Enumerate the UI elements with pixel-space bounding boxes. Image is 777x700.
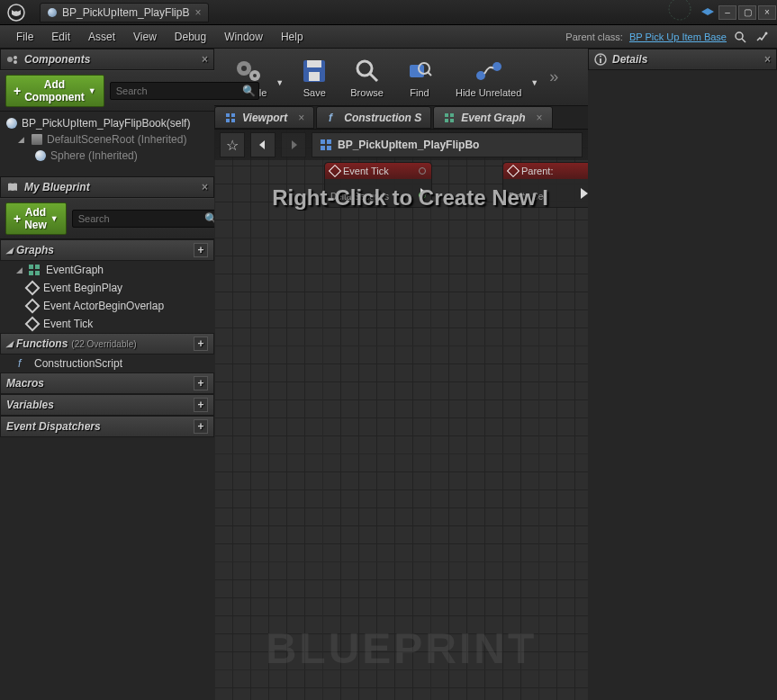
svg-rect-36 xyxy=(445,119,448,122)
hide-dropdown[interactable]: ▼ xyxy=(530,78,542,102)
menu-window[interactable]: Window xyxy=(215,27,272,47)
menu-view[interactable]: View xyxy=(124,27,166,47)
search-icon[interactable] xyxy=(732,29,748,45)
parent-class-link[interactable]: BP Pick Up Item Base xyxy=(629,31,727,42)
close-button[interactable]: × xyxy=(758,5,776,20)
macros-category[interactable]: Macros + xyxy=(0,372,214,394)
component-sphere-row[interactable]: Sphere (Inherited) xyxy=(2,148,212,164)
add-variable-button[interactable]: + xyxy=(194,398,208,412)
event-beginplay-row[interactable]: Event BeginPlay xyxy=(0,279,214,297)
svg-line-3 xyxy=(742,39,745,42)
add-graph-button[interactable]: + xyxy=(194,243,208,257)
tab-construction[interactable]: f Construction S xyxy=(316,106,431,129)
my-blueprint-panel-header[interactable]: My Blueprint × xyxy=(0,176,214,198)
svg-rect-10 xyxy=(29,265,33,269)
document-tab[interactable]: BP_PickUpItem_PlayFlipB × xyxy=(40,3,209,22)
construction-script-row[interactable]: f ConstructionScript xyxy=(0,354,214,372)
viewport-icon xyxy=(224,112,237,124)
svg-rect-20 xyxy=(307,60,321,67)
svg-rect-41 xyxy=(327,146,331,150)
svg-rect-12 xyxy=(29,271,33,275)
close-icon[interactable]: × xyxy=(298,112,304,124)
event-actorbeginoverlap-row[interactable]: Event ActorBeginOverlap xyxy=(0,297,214,315)
svg-point-18 xyxy=(253,74,257,77)
menu-asset[interactable]: Asset xyxy=(79,27,124,47)
favorite-button[interactable]: ☆ xyxy=(220,132,245,157)
compile-dropdown[interactable]: ▼ xyxy=(276,78,287,102)
add-function-button[interactable]: + xyxy=(194,337,208,351)
expand-arrow-icon[interactable]: ◢ xyxy=(18,135,27,144)
toolbar: Compile ▼ Save Browse Find Hide Unrelate… xyxy=(214,49,588,106)
close-icon[interactable]: × xyxy=(202,53,208,66)
nav-forward-button[interactable] xyxy=(281,132,306,157)
close-icon[interactable]: × xyxy=(537,112,543,124)
svg-point-27 xyxy=(476,71,485,80)
nav-back-button[interactable] xyxy=(250,132,276,157)
svg-line-23 xyxy=(370,74,377,81)
svg-text:f: f xyxy=(329,112,333,123)
svg-rect-31 xyxy=(226,119,230,122)
event-icon xyxy=(329,165,341,177)
graphs-category[interactable]: ◢Graphs + xyxy=(0,239,214,261)
components-tree: BP_PickUpItem_PlayFlipBook(self) ◢ Defau… xyxy=(0,112,214,167)
maximize-button[interactable]: ▢ xyxy=(738,5,756,20)
toolbar-overflow-icon[interactable]: » xyxy=(549,67,558,86)
details-panel-header[interactable]: Details × xyxy=(588,49,777,70)
unreal-logo-icon xyxy=(5,2,27,23)
event-icon xyxy=(507,165,520,177)
add-new-button[interactable]: +Add New▼ xyxy=(5,202,67,235)
function-icon: f xyxy=(326,112,339,124)
floppy-icon xyxy=(298,57,330,85)
svg-rect-40 xyxy=(321,146,325,150)
close-icon[interactable]: × xyxy=(194,6,201,19)
graph-canvas[interactable]: Drag off pins to build functionality. ☆ … xyxy=(214,130,588,700)
component-scene-root-row[interactable]: ◢ DefaultSceneRoot (Inherited) xyxy=(2,131,212,148)
svg-rect-30 xyxy=(231,113,235,117)
minimize-button[interactable]: – xyxy=(718,5,736,20)
tab-event-graph[interactable]: Event Graph × xyxy=(433,106,552,129)
svg-rect-34 xyxy=(445,113,448,117)
event-graph-row[interactable]: ◢ EventGraph xyxy=(0,261,214,279)
components-panel-header[interactable]: Components × xyxy=(0,49,214,70)
close-icon[interactable]: × xyxy=(202,181,208,193)
decorative-circle-icon xyxy=(662,0,698,25)
event-tick-row[interactable]: Event Tick xyxy=(0,315,214,333)
blueprint-icon xyxy=(48,8,57,17)
variables-category[interactable]: Variables + xyxy=(0,394,214,416)
event-icon xyxy=(25,281,41,296)
breadcrumb[interactable]: BP_PickUpItem_PlayFlipBo xyxy=(312,132,583,157)
close-icon[interactable]: × xyxy=(764,53,771,66)
menu-debug[interactable]: Debug xyxy=(166,27,215,47)
dispatchers-category[interactable]: Event Dispatchers + xyxy=(0,416,214,437)
browse-icon xyxy=(351,57,384,85)
save-button[interactable]: Save xyxy=(289,53,339,102)
graduation-cap-icon[interactable] xyxy=(699,5,717,20)
svg-text:f: f xyxy=(18,357,23,370)
gears-icon xyxy=(232,57,265,85)
svg-point-7 xyxy=(14,60,17,64)
svg-rect-29 xyxy=(226,113,230,117)
tab-viewport[interactable]: Viewport × xyxy=(214,106,314,129)
add-dispatcher-button[interactable]: + xyxy=(194,419,208,434)
add-component-button[interactable]: +Add Component▼ xyxy=(5,75,104,107)
blueprint-search-input[interactable] xyxy=(72,210,221,228)
svg-rect-32 xyxy=(231,119,235,122)
functions-category[interactable]: ◢Functions (22 Overridable) + xyxy=(0,333,214,354)
titlebar: BP_PickUpItem_PlayFlipB × – ▢ × xyxy=(0,0,777,25)
component-self-row[interactable]: BP_PickUpItem_PlayFlipBook(self) xyxy=(2,115,212,131)
menu-file[interactable]: File xyxy=(7,27,42,47)
menu-help[interactable]: Help xyxy=(272,27,312,47)
svg-point-5 xyxy=(7,57,13,62)
add-macro-button[interactable]: + xyxy=(194,376,208,390)
find-button[interactable]: Find xyxy=(394,53,445,102)
browse-button[interactable]: Browse xyxy=(341,53,393,102)
tab-label: BP_PickUpItem_PlayFlipB xyxy=(62,6,189,19)
svg-rect-13 xyxy=(35,271,40,275)
svg-rect-24 xyxy=(410,65,424,77)
components-search-input[interactable] xyxy=(110,82,259,100)
info-icon xyxy=(594,53,607,66)
settings-icon[interactable] xyxy=(754,29,770,45)
svg-point-2 xyxy=(736,32,743,40)
menu-edit[interactable]: Edit xyxy=(42,27,79,47)
hide-unrelated-button[interactable]: Hide Unrelated xyxy=(447,53,530,102)
